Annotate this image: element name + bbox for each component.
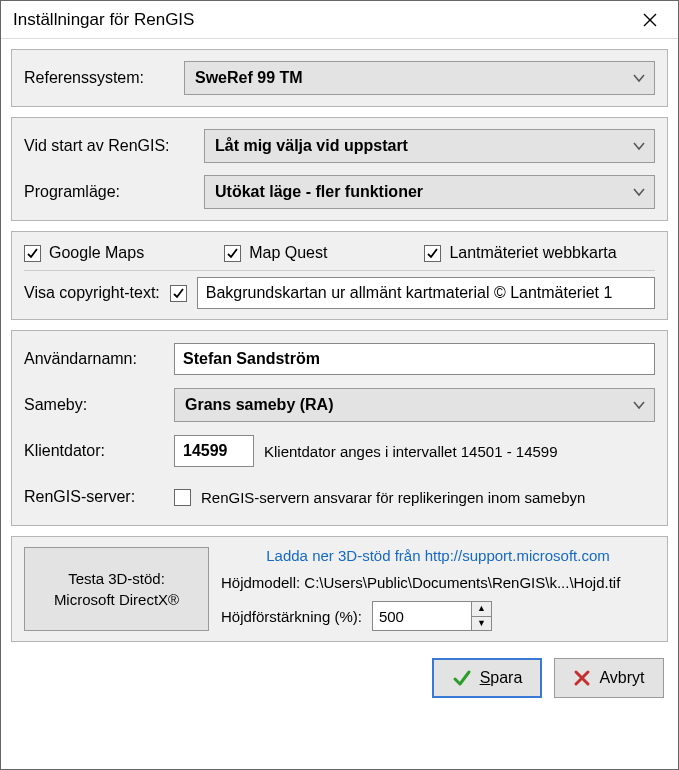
server-checkbox[interactable] <box>174 489 191 506</box>
checkbox-icon <box>24 245 41 262</box>
client-value: 14599 <box>183 442 228 460</box>
gain-label: Höjdförstärkning (%): <box>221 608 362 625</box>
startup-value: Låt mig välja vid uppstart <box>215 137 408 155</box>
startup-select[interactable]: Låt mig välja vid uppstart <box>204 129 655 163</box>
chevron-down-icon <box>632 69 646 87</box>
chevron-down-icon <box>632 396 646 414</box>
username-input[interactable]: Stefan Sandström <box>174 343 655 375</box>
test-3d-line1: Testa 3D-stöd: <box>68 568 165 589</box>
copyright-text-input[interactable]: Bakgrundskartan ur allmänt kartmaterial … <box>197 277 655 309</box>
reference-label: Referenssystem: <box>24 69 174 87</box>
client-area: Referenssystem: SweRef 99 TM Vid start a… <box>1 39 678 769</box>
checkbox-icon <box>224 245 241 262</box>
gain-step-down[interactable]: ▼ <box>472 617 491 631</box>
google-maps-checkbox[interactable]: Google Maps <box>24 244 216 262</box>
client-input[interactable]: 14599 <box>174 435 254 467</box>
programmode-value: Utökat läge - fler funktioner <box>215 183 423 201</box>
chevron-down-icon <box>632 183 646 201</box>
startup-label: Vid start av RenGIS: <box>24 137 194 155</box>
panel-user: Användarnamn: Stefan Sandström Sameby: G… <box>11 330 668 526</box>
check-icon <box>452 668 472 688</box>
checkbox-icon <box>424 245 441 262</box>
checkbox-icon <box>170 285 187 302</box>
lantmateriet-label: Lantmäteriet webbkarta <box>449 244 616 262</box>
test-3d-line2: Microsoft DirectX® <box>54 589 179 610</box>
sameby-select[interactable]: Grans sameby (RA) <box>174 388 655 422</box>
settings-dialog: Inställningar för RenGIS Referenssystem:… <box>0 0 679 770</box>
username-label: Användarnamn: <box>24 350 164 368</box>
google-maps-label: Google Maps <box>49 244 144 262</box>
download-3d-link[interactable]: Ladda ner 3D-stöd från http://support.mi… <box>221 547 655 564</box>
mapquest-checkbox[interactable]: Map Quest <box>224 244 416 262</box>
panel-3d: Testa 3D-stöd: Microsoft DirectX® Ladda … <box>11 536 668 642</box>
panel-3d-right: Ladda ner 3D-stöd från http://support.mi… <box>221 547 655 631</box>
checkbox-icon <box>174 489 191 506</box>
server-hint: RenGIS-servern ansvarar för replikeringe… <box>201 489 585 506</box>
gain-step-up[interactable]: ▲ <box>472 602 491 617</box>
client-label: Klientdator: <box>24 442 164 460</box>
cancel-icon <box>573 669 591 687</box>
copyright-label: Visa copyright-text: <box>24 284 160 302</box>
programmode-label: Programläge: <box>24 183 194 201</box>
panel-maps: Google Maps Map Quest Lantmäteriet webbk… <box>11 231 668 320</box>
test-3d-button[interactable]: Testa 3D-stöd: Microsoft DirectX® <box>24 547 209 631</box>
save-button[interactable]: Spara <box>432 658 542 698</box>
mapquest-label: Map Quest <box>249 244 327 262</box>
save-label: Spara <box>480 669 523 687</box>
titlebar: Inställningar för RenGIS <box>1 1 678 39</box>
gain-input[interactable]: 500 <box>372 601 472 631</box>
cancel-button[interactable]: Avbryt <box>554 658 664 698</box>
panel-startup: Vid start av RenGIS: Låt mig välja vid u… <box>11 117 668 221</box>
chevron-down-icon <box>632 137 646 155</box>
lantmateriet-checkbox[interactable]: Lantmäteriet webbkarta <box>424 244 655 262</box>
copyright-text-value: Bakgrundskartan ur allmänt kartmaterial … <box>206 284 613 302</box>
panel-reference: Referenssystem: SweRef 99 TM <box>11 49 668 107</box>
server-label: RenGIS-server: <box>24 488 164 506</box>
copyright-checkbox[interactable] <box>170 285 187 302</box>
username-value: Stefan Sandström <box>183 350 320 368</box>
gain-value: 500 <box>379 608 404 625</box>
client-hint: Klientdator anges i intervallet 14501 - … <box>264 443 558 460</box>
reference-select[interactable]: SweRef 99 TM <box>184 61 655 95</box>
action-row: Spara Avbryt <box>11 652 668 698</box>
close-button[interactable] <box>630 5 670 35</box>
window-title: Inställningar för RenGIS <box>13 10 194 30</box>
programmode-select[interactable]: Utökat läge - fler funktioner <box>204 175 655 209</box>
sameby-label: Sameby: <box>24 396 164 414</box>
height-model-label: Höjdmodell: C:\Users\Public\Documents\Re… <box>221 574 655 591</box>
cancel-label: Avbryt <box>599 669 644 687</box>
close-icon <box>643 13 657 27</box>
gain-stepper[interactable]: 500 ▲ ▼ <box>372 601 492 631</box>
reference-value: SweRef 99 TM <box>195 69 303 87</box>
sameby-value: Grans sameby (RA) <box>185 396 334 414</box>
